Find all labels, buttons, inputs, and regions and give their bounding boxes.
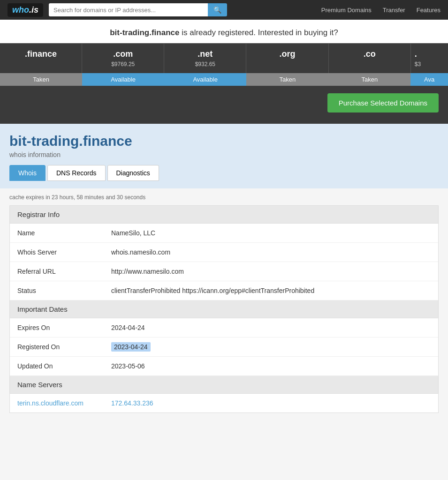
whois-header: bit-trading.finance whois information Wh… <box>0 124 448 181</box>
nav-transfer[interactable]: Transfer <box>383 7 405 14</box>
domain-price-finance <box>4 61 78 68</box>
registrar-referral-row: Referral URL http://www.namesilo.com <box>10 262 438 281</box>
tab-whois[interactable]: Whois <box>9 165 46 181</box>
status-partial[interactable]: Ava <box>410 73 448 86</box>
registered-banner: bit-trading.finance is already registere… <box>0 20 448 43</box>
domain-status-bar: Taken Available Available Taken Taken Av… <box>0 73 448 86</box>
domain-option-co[interactable]: .co <box>329 44 411 73</box>
domain-options-row: .finance .com $9769.25 .net $932.65 .org… <box>0 43 448 73</box>
status-net[interactable]: Available <box>164 73 246 86</box>
status-finance[interactable]: Taken <box>0 73 82 86</box>
search-input[interactable] <box>49 3 208 16</box>
domain-tld-co: .co <box>333 49 407 59</box>
whois-subtitle: whois information <box>9 151 439 158</box>
domain-price-org <box>250 61 324 68</box>
status-com[interactable]: Available <box>82 73 164 86</box>
registrar-name-value: NameSilo, LLC <box>104 224 163 242</box>
logo[interactable]: who.is <box>8 3 43 17</box>
expires-on-value: 2024-04-24 <box>104 318 152 337</box>
status-org[interactable]: Taken <box>246 73 328 86</box>
domain-bar: .finance .com $9769.25 .net $932.65 .org… <box>0 43 448 124</box>
registrar-status-label: Status <box>10 281 104 300</box>
expires-on-row: Expires On 2024-04-24 <box>10 318 438 338</box>
ns-row-1: terin.ns.cloudflare.com 172.64.33.236 <box>10 394 438 412</box>
updated-on-label: Updated On <box>10 357 104 375</box>
domain-tld-org: .org <box>250 49 324 59</box>
domain-option-net[interactable]: .net $932.65 <box>164 44 246 73</box>
domain-tld-net: .net <box>168 49 242 59</box>
registrar-status-value: clientTransferProhibited https://icann.o… <box>104 281 322 300</box>
whois-domain-title: bit-trading.finance <box>9 133 439 149</box>
nameservers-section-header: Name Servers <box>10 376 438 394</box>
registered-on-label: Registered On <box>10 338 104 356</box>
ns-ip-1: 172.64.33.236 <box>104 394 161 412</box>
registrar-whois-row: Whois Server whois.namesilo.com <box>10 243 438 262</box>
domain-price-com: $9769.25 <box>86 61 160 68</box>
domain-option-finance[interactable]: .finance <box>0 44 82 73</box>
registered-on-row: Registered On 2023-04-24 <box>10 338 438 357</box>
domain-tld-partial: . <box>415 49 444 59</box>
tab-dns-records[interactable]: DNS Records <box>47 165 106 181</box>
status-co[interactable]: Taken <box>328 73 410 86</box>
updated-on-row: Updated On 2023-05-06 <box>10 357 438 376</box>
registrar-name-label: Name <box>10 224 104 242</box>
tab-diagnostics[interactable]: Diagnostics <box>107 165 159 181</box>
domain-option-com[interactable]: .com $9769.25 <box>82 44 164 73</box>
content: cache expires in 23 hours, 58 minutes an… <box>0 188 448 419</box>
registered-on-value: 2023-04-24 <box>104 338 158 356</box>
registrar-name-row: Name NameSilo, LLC <box>10 224 438 243</box>
registrar-status-row: Status clientTransferProhibited https://… <box>10 281 438 300</box>
registrar-section-header: Registrar Info <box>10 206 438 224</box>
purchase-btn-row: Purchase Selected Domains <box>0 86 448 114</box>
domain-option-partial[interactable]: . $3 <box>411 44 448 73</box>
domain-tld-com: .com <box>86 49 160 59</box>
cache-note: cache expires in 23 hours, 58 minutes an… <box>9 194 439 201</box>
registrar-referral-value: http://www.namesilo.com <box>104 262 191 281</box>
domain-price-co <box>333 61 407 68</box>
registered-domain: bit-trading.finance <box>110 28 179 37</box>
purchase-selected-domains-button[interactable]: Purchase Selected Domains <box>327 93 439 112</box>
domain-option-org[interactable]: .org <box>246 44 328 73</box>
ns-hostname-1[interactable]: terin.ns.cloudflare.com <box>10 394 104 412</box>
search-bar: 🔍 <box>49 3 227 16</box>
search-button[interactable]: 🔍 <box>208 3 227 16</box>
registered-message: is already registered. <box>179 28 256 37</box>
dates-section-header: Important Dates <box>10 300 438 318</box>
whois-header-bottom <box>0 181 448 188</box>
expires-on-label: Expires On <box>10 318 104 337</box>
header: who.is 🔍 Premium Domains Transfer Featur… <box>0 0 448 20</box>
nav-features[interactable]: Features <box>417 7 440 14</box>
domain-price-partial: $3 <box>415 61 444 68</box>
registrar-referral-label: Referral URL <box>10 262 104 281</box>
registrar-whois-value: whois.namesilo.com <box>104 243 178 262</box>
nav-premium-domains[interactable]: Premium Domains <box>321 7 372 14</box>
nav-links: Premium Domains Transfer Features <box>321 7 440 14</box>
registrar-whois-label: Whois Server <box>10 243 104 262</box>
domain-price-net: $932.65 <box>168 61 242 68</box>
tabs: Whois DNS Records Diagnostics <box>9 165 439 181</box>
registrar-section: Registrar Info Name NameSilo, LLC Whois … <box>9 205 439 413</box>
registered-on-highlight: 2023-04-24 <box>111 342 151 352</box>
updated-on-value: 2023-05-06 <box>104 357 152 375</box>
domain-tld-finance: .finance <box>4 49 78 59</box>
registered-suffix: Interested in buying it? <box>256 28 338 37</box>
